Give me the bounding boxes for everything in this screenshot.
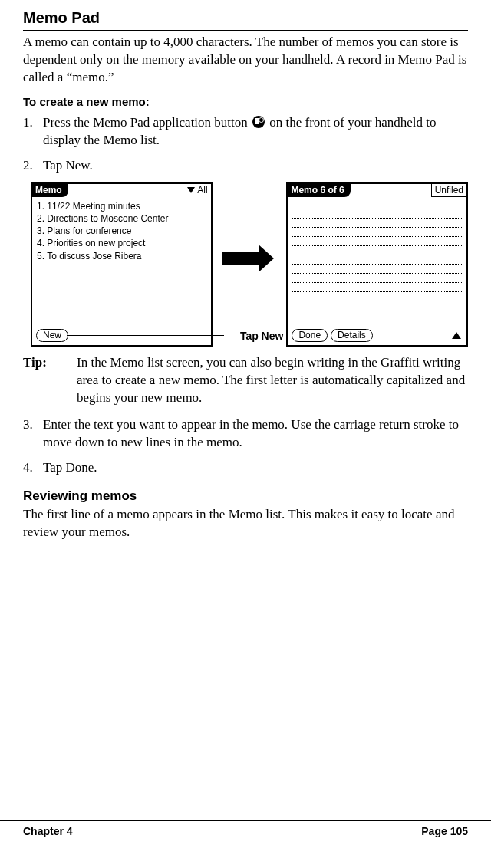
category-picker[interactable]: All	[187, 184, 210, 197]
step-1-text-a: Press the Memo Pad application button	[43, 115, 251, 130]
memo-edit-screenshot: Memo 6 of 6 Unfiled Done Details	[286, 182, 468, 347]
list-item[interactable]: 5. To discuss Jose Ribera	[37, 250, 206, 262]
done-button[interactable]: Done	[292, 329, 328, 342]
step-number: 3.	[23, 416, 43, 452]
reviewing-memos-text: The first line of a memo appears in the …	[23, 506, 468, 541]
intro-paragraph: A memo can contain up to 4,000 character…	[23, 34, 468, 87]
category-label: All	[197, 184, 207, 196]
step-4: 4. Tap Done.	[23, 459, 468, 477]
reviewing-memos-heading: Reviewing memos	[23, 488, 468, 505]
memo-text-area[interactable]	[288, 197, 466, 327]
footer-page: Page 105	[421, 824, 468, 839]
new-button[interactable]: New	[36, 329, 68, 342]
step-2: 2. Tap New.	[23, 157, 468, 175]
category-label: Unfiled	[435, 184, 463, 196]
memo-pad-icon	[252, 116, 265, 128]
footer-chapter: Chapter 4	[23, 824, 73, 839]
step-3: 3. Enter the text you want to appear in …	[23, 416, 468, 452]
list-item[interactable]: 2. Directions to Moscone Center	[37, 212, 206, 225]
list-item[interactable]: 4. Priorities on new project	[37, 237, 206, 249]
scroll-up-icon[interactable]	[452, 332, 461, 339]
arrow-right-icon	[222, 252, 259, 265]
memo-count-tab: Memo 6 of 6	[288, 184, 350, 197]
memo-title-tab: Memo	[32, 184, 68, 197]
page-footer: Chapter 4 Page 105	[0, 820, 491, 853]
step-2-text: Tap New.	[43, 157, 468, 175]
tip-block: Tip: In the Memo list screen, you can al…	[23, 354, 468, 407]
tip-text: In the Memo list screen, you can also be…	[77, 354, 468, 407]
list-item[interactable]: 3. Plans for conference	[37, 225, 206, 237]
step-1: 1. Press the Memo Pad application button…	[23, 114, 468, 150]
callout-leader-line	[67, 335, 224, 336]
callout-tap-new: Tap New	[240, 329, 284, 344]
category-picker[interactable]: Unfiled	[431, 184, 466, 197]
step-number: 4.	[23, 459, 43, 477]
transition-arrow-block: Tap New	[219, 184, 281, 345]
step-number: 2.	[23, 157, 43, 175]
create-memo-heading: To create a new memo:	[23, 94, 468, 110]
step-number: 1.	[23, 114, 43, 150]
memo-list-screenshot: Memo All 1. 11/22 Meeting minutes 2. Dir…	[31, 182, 213, 347]
step-3-text: Enter the text you want to appear in the…	[43, 416, 468, 452]
list-item[interactable]: 1. 11/22 Meeting minutes	[37, 200, 206, 212]
details-button[interactable]: Details	[331, 329, 373, 342]
step-4-text: Tap Done.	[43, 459, 468, 477]
dropdown-icon	[187, 187, 195, 193]
tip-label: Tip:	[23, 354, 77, 407]
section-title: Memo Pad	[23, 8, 468, 31]
